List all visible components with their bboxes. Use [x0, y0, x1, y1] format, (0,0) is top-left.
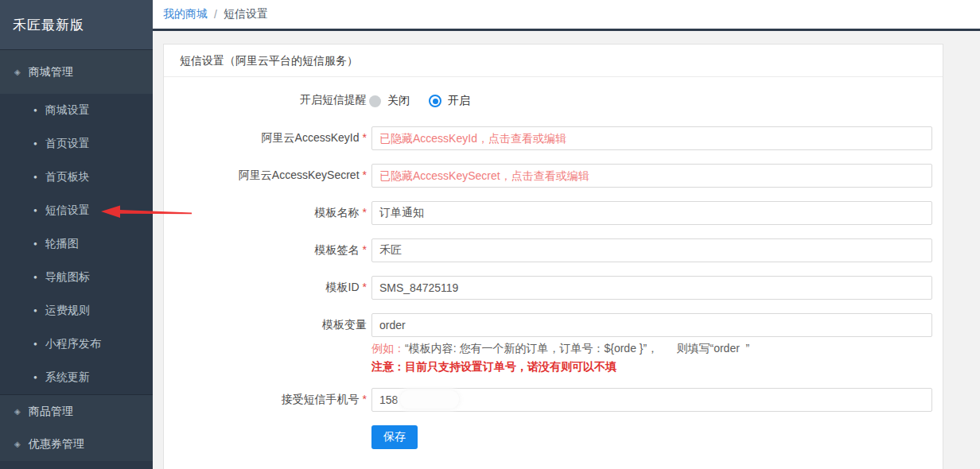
template-variable-example: 例如：“模板内容: 您有一个新的订单，订单号：${orde }”， 则填写“or… [371, 341, 932, 356]
form-row-accesskeyid: 阿里云AccessKeyId* [164, 126, 943, 150]
sidebar-item-label: 轮播图 [45, 237, 79, 251]
bullet-icon: ● [33, 241, 37, 247]
sidebar-item-label: 商城管理 [29, 65, 73, 79]
sidebar-item-label: 运费规则 [45, 304, 90, 318]
template-variable-warning: 注意：目前只支持设置订单号，诺没有则可以不填 [371, 359, 932, 374]
required-mark: * [363, 131, 367, 144]
app-title: 禾匠最新版 [13, 16, 84, 34]
sidebar: 禾匠最新版 ◈ 商城管理 ● 商城设置 ● 首页设置 ● 首页板块 ● 短信设置 [0, 0, 153, 469]
form-row-template-variable: 模板变量 例如：“模板内容: 您有一个新的订单，订单号：${orde }”， 则… [164, 313, 943, 374]
accesskeysecret-input[interactable] [371, 164, 932, 188]
example-text: “模板内容: 您有一个新的订单，订单号：${orde }”， 则填写“order… [405, 342, 749, 355]
sidebar-item-label: 首页设置 [45, 137, 90, 151]
required-mark: * [363, 206, 367, 219]
sidebar-item-sms-settings[interactable]: ● 短信设置 [0, 194, 153, 227]
bullet-icon: ● [33, 107, 37, 114]
sms-settings-panel: 短信设置（阿里云平台的短信服务） 开启短信提醒 关闭 开启 阿里云AccessK… [163, 44, 943, 469]
bullet-icon: ● [33, 374, 37, 381]
template-signature-input[interactable] [371, 238, 932, 262]
field-label: 阿里云AccessKeySecret [239, 169, 360, 181]
sidebar-item-label: 优惠券管理 [29, 437, 84, 452]
sms-settings-form: 开启短信提醒 关闭 开启 阿里云AccessKeyId* [164, 77, 943, 449]
breadcrumb: 我的商城 / 短信设置 [153, 0, 980, 31]
bullet-icon: ● [33, 274, 37, 281]
form-row-phone-number: 接受短信手机号* [164, 388, 943, 412]
sidebar-item-label: 导航图标 [45, 270, 90, 285]
sidebar-item-home-settings[interactable]: ● 首页设置 [0, 127, 153, 161]
field-label: 开启短信提醒 [164, 89, 367, 107]
sidebar-item-label: 系统更新 [45, 370, 90, 385]
panel-title: 短信设置（阿里云平台的短信服务） [164, 45, 943, 77]
radio-option-off[interactable]: 关闭 [369, 94, 410, 108]
accesskeyid-input[interactable] [371, 126, 932, 150]
sidebar-item-label: 首页板块 [45, 170, 90, 184]
bullet-icon: ● [33, 341, 37, 347]
sidebar-item-label: 小程序发布 [45, 337, 101, 351]
sidebar-item-nav-icons[interactable]: ● 导航图标 [0, 261, 153, 294]
bullet-icon: ● [33, 308, 37, 314]
form-row-template-id: 模板ID* [164, 276, 943, 300]
sidebar-item-mall-settings[interactable]: ● 商城设置 [0, 94, 153, 127]
breadcrumb-current: 短信设置 [224, 7, 268, 21]
radio-on-icon[interactable] [429, 95, 441, 107]
sidebar-submenu: ● 商城设置 ● 首页设置 ● 首页板块 ● 短信设置 ● 轮播图 ● 导航图标 [0, 94, 153, 394]
sidebar-item-coupon-management[interactable]: ◈ 优惠券管理 [0, 428, 153, 461]
breadcrumb-home-link[interactable]: 我的商城 [163, 7, 208, 21]
field-label: 模板名称 [315, 206, 360, 219]
breadcrumb-separator: / [214, 8, 217, 21]
sidebar-menu: ◈ 商城管理 ● 商城设置 ● 首页设置 ● 首页板块 ● 短信设置 ● 轮播图 [0, 50, 153, 461]
template-id-input[interactable] [371, 276, 932, 300]
form-row-save: 保存 [164, 425, 943, 449]
radio-off-label: 关闭 [387, 94, 410, 108]
field-label: 模板变量 [322, 318, 367, 331]
form-row-accesskeysecret: 阿里云AccessKeySecret* [164, 164, 943, 188]
template-variable-input[interactable] [371, 313, 932, 337]
redaction-blur [400, 390, 459, 409]
radio-off-icon[interactable] [369, 95, 381, 107]
diamond-icon: ◈ [14, 440, 21, 448]
example-label: 例如： [371, 342, 405, 355]
required-mark: * [363, 169, 367, 181]
field-label: 阿里云AccessKeyId [262, 131, 360, 144]
required-mark: * [363, 243, 367, 256]
sidebar-item-product-management[interactable]: ◈ 商品管理 [0, 394, 153, 428]
radio-option-on[interactable]: 开启 [429, 94, 470, 108]
field-label: 模板签名 [315, 243, 360, 256]
radio-on-label: 开启 [448, 94, 470, 108]
sms-toggle-group: 关闭 开启 [369, 89, 489, 113]
field-label: 模板ID [326, 281, 360, 293]
bullet-icon: ● [33, 207, 37, 214]
template-name-input[interactable] [371, 201, 932, 225]
sidebar-item-miniprogram-publish[interactable]: ● 小程序发布 [0, 328, 153, 361]
sidebar-item-label: 商城设置 [45, 103, 90, 118]
form-row-template-signature: 模板签名* [164, 238, 943, 262]
sidebar-item-mall-management[interactable]: ◈ 商城管理 [0, 50, 153, 94]
required-mark: * [363, 393, 367, 405]
diamond-icon: ◈ [14, 68, 21, 76]
bullet-icon: ● [33, 174, 37, 180]
save-button[interactable]: 保存 [371, 425, 418, 449]
diamond-icon: ◈ [14, 408, 21, 416]
field-label: 接受短信手机号 [282, 393, 360, 405]
form-row-template-name: 模板名称* [164, 201, 943, 225]
sidebar-header: 禾匠最新版 [0, 0, 153, 50]
sidebar-item-system-update[interactable]: ● 系统更新 [0, 361, 153, 394]
sidebar-item-home-blocks[interactable]: ● 首页板块 [0, 161, 153, 194]
form-row-sms-toggle: 开启短信提醒 关闭 开启 [164, 89, 943, 113]
bullet-icon: ● [33, 141, 37, 147]
required-mark: * [363, 281, 367, 293]
sidebar-item-label: 短信设置 [45, 203, 90, 218]
sidebar-item-carousel[interactable]: ● 轮播图 [0, 227, 153, 261]
sidebar-item-shipping-rules[interactable]: ● 运费规则 [0, 294, 153, 328]
sidebar-item-label: 商品管理 [29, 405, 73, 419]
